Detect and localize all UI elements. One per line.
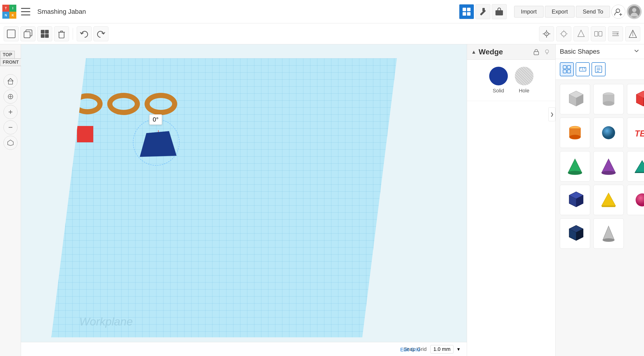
svg-marker-88 xyxy=(602,193,616,206)
svg-rect-18 xyxy=(41,30,44,34)
ruler-btn[interactable] xyxy=(625,26,640,41)
undo-btn[interactable] xyxy=(77,26,92,41)
panel-collapse-icon[interactable]: ▲ xyxy=(471,49,476,55)
edit-grid-btn[interactable]: Edit Grid xyxy=(400,347,420,353)
red-square[interactable] xyxy=(77,126,93,142)
zoom-in-btn[interactable] xyxy=(4,105,18,119)
redo-btn[interactable] xyxy=(94,26,108,41)
import-btn[interactable]: Import xyxy=(514,6,544,18)
profile-avatar[interactable] xyxy=(627,4,642,19)
snap-grid-value[interactable]: 1.0 mm xyxy=(430,345,454,353)
svg-marker-50 xyxy=(8,140,13,146)
snap-chevron-icon[interactable]: ▾ xyxy=(457,346,460,352)
library-icon-tabs xyxy=(556,59,644,80)
sphere-pink-shape[interactable] xyxy=(627,185,644,215)
svg-marker-89 xyxy=(602,206,616,207)
cylinder-orange-shape[interactable] xyxy=(560,118,590,148)
ring-2[interactable] xyxy=(107,93,140,115)
viewport[interactable]: 0° Workplane Edit Grid Snap Grid 1.0 mm … xyxy=(21,44,467,356)
svg-rect-56 xyxy=(567,70,570,73)
lock-icon[interactable] xyxy=(532,48,540,56)
shape-panel-title: Wedge xyxy=(479,48,530,56)
svg-point-77 xyxy=(602,126,615,139)
text-shape-item[interactable]: TEXT xyxy=(627,118,644,148)
duplicate-btn[interactable] xyxy=(37,26,52,41)
svg-rect-54 xyxy=(567,66,570,69)
svg-rect-3 xyxy=(462,8,466,11)
solid-option[interactable]: Solid xyxy=(489,67,508,94)
svg-marker-79 xyxy=(568,159,582,173)
briefcase-view-btn[interactable] xyxy=(492,4,507,19)
svg-marker-81 xyxy=(602,159,616,173)
svg-marker-94 xyxy=(603,226,614,240)
box-gray-shape[interactable] xyxy=(560,84,590,114)
svg-point-82 xyxy=(602,171,616,175)
sphere-blue-shape[interactable] xyxy=(594,118,624,148)
svg-rect-8 xyxy=(482,8,485,11)
svg-rect-21 xyxy=(45,34,49,38)
svg-point-70 xyxy=(603,101,614,106)
svg-point-90 xyxy=(636,193,644,206)
align-btn[interactable] xyxy=(608,26,623,41)
svg-rect-17 xyxy=(24,32,30,38)
cone-green-shape[interactable] xyxy=(560,151,590,181)
shapes-grid: TEXT xyxy=(556,80,644,253)
logo-n: N xyxy=(2,12,9,19)
svg-rect-53 xyxy=(563,66,566,69)
bulb-icon[interactable] xyxy=(543,48,551,56)
new-shape-btn[interactable] xyxy=(4,26,19,41)
cylinder-gray-shape[interactable] xyxy=(594,84,624,114)
delete-btn[interactable] xyxy=(54,26,69,41)
workplane-grid: 0° Workplane xyxy=(51,58,397,337)
camera-view-btn[interactable] xyxy=(539,26,554,41)
grid-view-btn[interactable] xyxy=(459,4,474,19)
svg-rect-19 xyxy=(45,30,49,34)
svg-rect-55 xyxy=(563,70,566,73)
wedge-teal-shape[interactable] xyxy=(627,151,644,181)
svg-marker-40 xyxy=(617,33,619,35)
library-header: Basic Shapes xyxy=(556,44,644,59)
box-red-shape[interactable] xyxy=(627,84,644,114)
hammer-view-btn[interactable] xyxy=(476,4,490,19)
sendto-btn[interactable]: Send To xyxy=(576,6,610,18)
view-cube-front[interactable]: FRONT xyxy=(0,58,22,66)
ruler-tab-icon[interactable] xyxy=(576,62,590,76)
zoom-out-btn[interactable] xyxy=(4,120,18,134)
svg-point-52 xyxy=(545,50,549,53)
copy-btn[interactable] xyxy=(20,26,36,41)
grid-tab-icon[interactable] xyxy=(560,62,574,76)
logo-i: I xyxy=(9,5,16,12)
cone-gray-shape[interactable] xyxy=(594,218,624,249)
pyramid-yellow-shape[interactable] xyxy=(594,185,624,215)
menu-icon[interactable] xyxy=(19,5,33,19)
perspective-nav-btn[interactable] xyxy=(4,136,18,150)
view-cube[interactable]: TOP FRONT xyxy=(0,47,22,70)
rotation-indicator: 0° xyxy=(149,114,162,125)
ring-3[interactable] xyxy=(144,93,177,115)
svg-rect-4 xyxy=(467,8,470,11)
box-blue-shape[interactable] xyxy=(560,185,590,215)
light-icon-btn[interactable] xyxy=(556,26,571,41)
workplane[interactable]: 0° Workplane xyxy=(51,58,397,337)
box-navy-shape[interactable] xyxy=(560,218,590,249)
library-dropdown-icon[interactable] xyxy=(633,48,640,56)
fit-nav-btn[interactable] xyxy=(4,90,18,104)
shape-tool-btn[interactable] xyxy=(574,26,588,41)
add-user-btn[interactable] xyxy=(611,5,625,19)
tinkercad-logo[interactable]: T I N K xyxy=(2,5,16,19)
hole-label: Hole xyxy=(519,88,529,94)
panel-collapse-btn[interactable]: ❯ xyxy=(548,107,556,121)
logo-k: K xyxy=(9,12,16,19)
svg-rect-20 xyxy=(41,34,44,38)
shape-options: Solid Hole xyxy=(467,60,556,101)
ring-1[interactable] xyxy=(72,93,102,114)
topbar-right: Import Export Send To xyxy=(459,4,642,19)
export-btn[interactable]: Export xyxy=(545,6,574,18)
svg-point-76 xyxy=(570,135,580,139)
hole-option[interactable]: Hole xyxy=(515,67,534,94)
mirror-btn[interactable] xyxy=(591,26,606,41)
view-cube-top[interactable]: TOP xyxy=(0,51,15,58)
notes-tab-icon[interactable] xyxy=(592,62,606,76)
cone-purple-shape[interactable] xyxy=(594,151,624,181)
home-nav-btn[interactable] xyxy=(4,74,18,88)
